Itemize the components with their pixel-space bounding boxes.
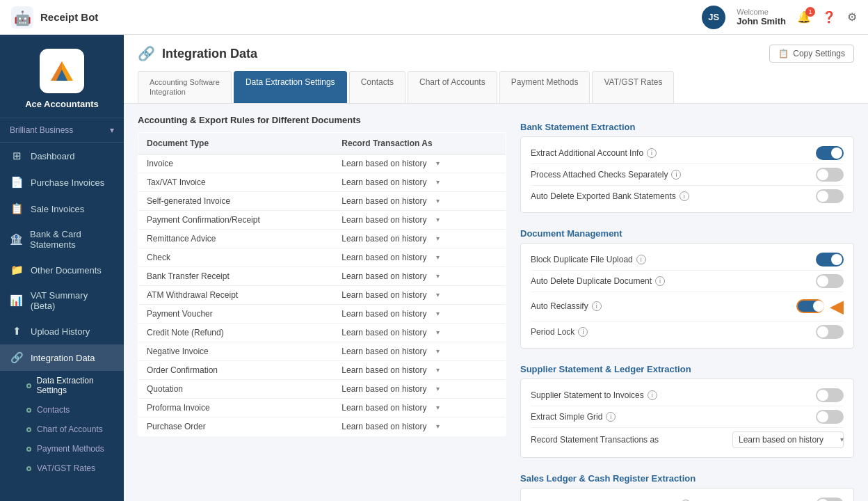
sub-dot-icon [26,447,31,452]
accounting-rules-heading: Accounting & Export Rules for Different … [138,115,506,125]
doc-type-select[interactable]: Learn based on history Always create new… [341,215,440,225]
select-cell: Learn based on history Always create new… [341,347,497,356]
info-icon[interactable]: i [636,255,646,264]
sidebar-item-label: VAT Summary (Beta) [31,290,114,311]
period-lock-label: Period Lock i [531,327,588,337]
sale-invoices-icon: 📋 [10,202,24,215]
tab-chart-of-accounts[interactable]: Chart of Accounts [408,71,497,103]
sidebar-item-other-documents[interactable]: 📁 Other Documents [0,257,124,283]
account-selector[interactable]: Brilliant Business ▾ [0,118,124,143]
help-button[interactable]: ❓ [822,10,836,24]
doc-type-select[interactable]: Learn based on history Always create new… [341,422,440,431]
table-row: Negative Invoice Learn based on history … [138,342,506,360]
sidebar-item-label: Other Documents [31,265,102,276]
doc-type-select[interactable]: Learn based on history Always create new… [341,271,440,281]
top-nav: 🤖 Receipt Bot JS Welcome John Smith 🔔 1 … [0,0,868,35]
extract-additional-label: Extract Additional Account Info i [531,148,657,158]
toggle-track [816,498,844,501]
sidebar-item-vat-summary[interactable]: 📊 VAT Summary (Beta) [0,283,124,318]
content-header: 🔗 Integration Data 📋 Copy Settings Accou… [124,35,868,104]
record-statement-select[interactable]: Learn based on history Always create new… [732,431,844,448]
supplier-statement-invoices-toggle[interactable] [816,388,844,402]
supplier-statement-invoices-label: Supplier Statement to Invoices i [531,390,657,400]
table-row: Check Learn based on history Always crea… [138,248,506,267]
sub-dot-icon [26,383,31,388]
sidebar-sub-item-label: VAT/GST Rates [37,463,95,473]
user-avatar: JS [702,6,725,29]
doc-type-select[interactable]: Learn based on history Always create new… [341,234,440,244]
doc-type-select[interactable]: Learn based on history Always create new… [341,177,440,187]
sidebar-sub-item-vat-gst-rates[interactable]: VAT/GST Rates [26,459,124,478]
info-icon[interactable]: i [671,170,681,180]
copy-settings-button[interactable]: 📋 Copy Settings [769,45,854,63]
other-docs-icon: 📁 [10,264,24,276]
toggle-track [816,146,844,160]
doc-type-select[interactable]: Learn based on history Always create new… [341,290,440,300]
sales-ledger-invoices-toggle[interactable] [816,498,844,501]
extract-simple-grid-supplier-toggle[interactable] [816,410,844,424]
doc-type-select[interactable]: Learn based on history Always create new… [341,196,440,206]
doc-type-select[interactable]: Learn based on history Always create new… [341,309,440,319]
sidebar-item-sale-invoices[interactable]: 📋 Sale Invoices [0,196,124,222]
doc-type-select[interactable]: Learn based on history Always create new… [341,253,440,262]
block-duplicate-toggle[interactable] [816,253,844,267]
doc-select-wrapper: Learn based on history Always create new… [341,253,440,262]
tab-vat-gst-rates[interactable]: VAT/GST Rates [592,71,674,103]
info-icon[interactable]: i [606,412,616,422]
table-row: Quotation Learn based on history Always … [138,379,506,398]
sidebar-item-label: Bank & Card Statements [30,229,114,250]
sidebar-item-upload-history[interactable]: ⬆ Upload History [0,318,124,344]
notifications-button[interactable]: 🔔 1 [797,10,811,24]
doc-type-select[interactable]: Learn based on history Always create new… [341,159,440,168]
record-as-cell: Learn based on history Always create new… [333,191,506,210]
info-icon[interactable]: i [655,276,665,286]
toggle-row-extract-additional: Extract Additional Account Info i [531,143,844,164]
toggle-row-sales-ledger-invoices: Sales Ledger/Cash Register to Invoices i [531,494,844,501]
info-icon[interactable]: i [680,191,689,201]
app-logo: 🤖 [11,6,33,29]
sidebar-sub-item-chart-of-accounts[interactable]: Chart of Accounts [26,420,124,439]
sidebar-sub-item-payment-methods[interactable]: Payment Methods [26,439,124,459]
doc-type-cell: Purchase Order [138,417,334,436]
sidebar-item-integration-data[interactable]: 🔗 Integration Data [0,344,124,371]
period-lock-toggle[interactable] [816,325,844,339]
sidebar-item-bank-card[interactable]: 🏦 Bank & Card Statements [0,222,124,257]
doc-select-wrapper: Learn based on history Always create new… [341,215,440,225]
doc-type-select[interactable]: Learn based on history Always create new… [341,347,440,356]
select-cell: Learn based on history Always create new… [341,384,497,394]
tab-contacts[interactable]: Contacts [349,71,405,103]
doc-type-select[interactable]: Learn based on history Always create new… [341,403,440,413]
tab-bar: Accounting SoftwareIntegration Data Extr… [138,71,854,103]
auto-delete-exported-toggle[interactable] [816,189,844,203]
info-icon[interactable]: i [647,148,657,158]
sidebar-sub-item-label: Chart of Accounts [37,424,103,434]
sidebar-sub-item-contacts[interactable]: Contacts [26,400,124,420]
doc-type-select[interactable]: Learn based on history Always create new… [341,328,440,337]
select-cell: Learn based on history Always create new… [341,328,497,337]
sidebar-item-dashboard[interactable]: ⊞ Dashboard [0,143,124,169]
tab-data-extraction[interactable]: Data Extraction Settings [234,71,347,103]
auto-reclassify-toggle[interactable] [796,299,824,313]
table-row: Credit Note (Refund) Learn based on hist… [138,323,506,342]
sales-ledger-section: Sales Ledger & Cash Register Extraction … [520,466,854,501]
doc-select-wrapper: Learn based on history Always create new… [341,290,440,300]
record-statement-select-wrapper: Learn based on history Always create new… [732,431,844,448]
info-icon[interactable]: i [592,301,602,311]
process-checks-toggle[interactable] [816,168,844,182]
extract-additional-toggle[interactable] [816,146,844,160]
toggle-track [816,253,844,267]
tab-payment-methods[interactable]: Payment Methods [499,71,590,103]
doc-type-select[interactable]: Learn based on history Always create new… [341,384,440,394]
auto-delete-duplicate-toggle[interactable] [816,274,844,288]
info-icon[interactable]: i [578,327,588,337]
sidebar-sub-item-data-extraction[interactable]: Data Extraction Settings [26,371,124,400]
doc-type-cell: Check [138,248,334,267]
doc-type-cell: Negative Invoice [138,342,334,360]
doc-type-select[interactable]: Learn based on history Always create new… [341,365,440,375]
sidebar-item-purchase-invoices[interactable]: 📄 Purchase Invoices [0,169,124,196]
toggle-track-highlighted [796,299,824,313]
account-name: Brilliant Business [10,125,73,135]
tab-accounting-software[interactable]: Accounting SoftwareIntegration [138,71,232,103]
settings-button[interactable]: ⚙ [847,10,857,24]
info-icon[interactable]: i [648,390,657,400]
